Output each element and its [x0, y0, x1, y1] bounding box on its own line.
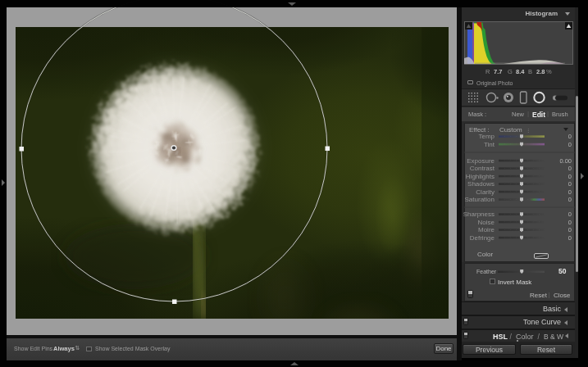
svg-text:Defringe: Defringe [470, 234, 495, 242]
svg-text:Exposure: Exposure [467, 157, 495, 165]
svg-text:0: 0 [568, 196, 572, 203]
svg-text:Moire: Moire [478, 226, 495, 233]
svg-text:0: 0 [568, 211, 572, 218]
svg-text:Contrast: Contrast [470, 165, 495, 172]
svg-text:Temp: Temp [478, 133, 495, 140]
svg-text:0: 0 [568, 188, 572, 196]
svg-text:Clarity: Clarity [476, 188, 495, 196]
svg-text:Sharpness: Sharpness [463, 211, 495, 218]
svg-text:0: 0 [568, 165, 572, 172]
svg-text:0: 0 [568, 234, 572, 242]
svg-text:Shadows: Shadows [467, 180, 495, 188]
svg-text:Saturation: Saturation [465, 196, 495, 203]
svg-text:0: 0 [568, 133, 572, 140]
svg-text:0: 0 [568, 141, 572, 148]
svg-text:0: 0 [568, 226, 572, 233]
svg-text:0.00: 0.00 [559, 157, 572, 165]
svg-text:0: 0 [568, 219, 572, 226]
svg-text:Noise: Noise [478, 219, 495, 226]
svg-text:Highlights: Highlights [466, 173, 495, 180]
svg-text:Tint: Tint [484, 141, 495, 148]
svg-text:0: 0 [568, 173, 572, 180]
svg-text:0: 0 [568, 180, 572, 188]
